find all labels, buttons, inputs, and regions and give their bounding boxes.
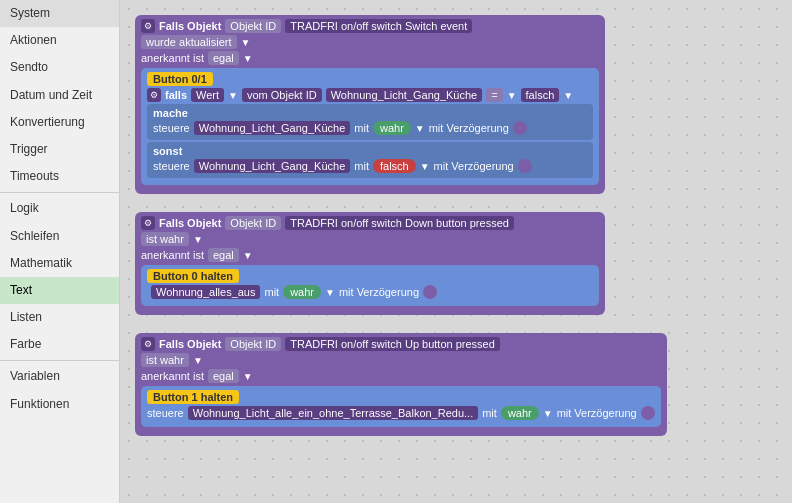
if-yellow-label-row: Button 0/1 bbox=[147, 72, 593, 86]
sidebar-item-schleifen[interactable]: Schleifen bbox=[0, 223, 119, 250]
sonst-block: sonst steuere Wohnung_Licht_Gang_Küche m… bbox=[147, 142, 593, 178]
sidebar-item-sendto[interactable]: Sendto bbox=[0, 54, 119, 81]
block-objekt-id-label-1: Objekt ID bbox=[225, 19, 281, 33]
block-anerkannt-label-3: anerkannt ist bbox=[141, 370, 204, 382]
falsch-val-2: falsch bbox=[373, 159, 416, 173]
block-row2-2: ist wahr ▼ bbox=[141, 232, 599, 246]
block-row3-1: anerkannt ist egal ▼ bbox=[141, 51, 599, 65]
mit-label-2: mit bbox=[354, 160, 369, 172]
sidebar-item-text[interactable]: Text bbox=[0, 277, 119, 304]
mache-row: mache bbox=[153, 107, 587, 119]
steuere-row-b2: Wohnung_alles_aus mit wahr ▼ mit Verzöge… bbox=[147, 285, 593, 299]
wahr-val-b3: wahr bbox=[501, 406, 539, 420]
if-icon: ⚙ bbox=[147, 88, 161, 102]
block-anerkannt-value-3: egal bbox=[208, 369, 239, 383]
sonst-label: sonst bbox=[153, 145, 182, 157]
block-icon-3: ⚙ bbox=[141, 337, 155, 351]
block-ist-wahr-2: ist wahr bbox=[141, 232, 189, 246]
canvas: ⚙ Falls Objekt Objekt ID TRADFRI on/off … bbox=[120, 0, 792, 503]
mit-verz-1: mit Verzögerung bbox=[429, 122, 509, 134]
block-header-row-2: ⚙ Falls Objekt Objekt ID TRADFRI on/off … bbox=[141, 216, 599, 230]
if-equals: = bbox=[486, 88, 502, 102]
steuere-obj-b2: Wohnung_alles_aus bbox=[151, 285, 260, 299]
sidebar: System Aktionen Sendto Datum und Zeit Ko… bbox=[0, 0, 120, 503]
steuere-label-2: steuere bbox=[153, 160, 190, 172]
sidebar-item-funktionen[interactable]: Funktionen bbox=[0, 391, 119, 418]
steuere-row-1: steuere Wohnung_Licht_Gang_Küche mit wah… bbox=[153, 121, 587, 135]
block-group-2: ⚙ Falls Objekt Objekt ID TRADFRI on/off … bbox=[135, 212, 615, 315]
block-group-3: ⚙ Falls Objekt Objekt ID TRADFRI on/off … bbox=[135, 333, 667, 436]
block-ist-wahr-3: ist wahr bbox=[141, 353, 189, 367]
mit-verz-2: mit Verzögerung bbox=[434, 160, 514, 172]
inner-block-2: Button 0 halten Wohnung_alles_aus mit wa… bbox=[141, 265, 599, 306]
block-outer-3[interactable]: ⚙ Falls Objekt Objekt ID TRADFRI on/off … bbox=[135, 333, 667, 436]
block-objekt-id-value-1: TRADFRI on/off switch Switch event bbox=[285, 19, 472, 33]
if-objekt-inner: Wohnung_Licht_Gang_Küche bbox=[326, 88, 483, 102]
sidebar-item-konvertierung[interactable]: Konvertierung bbox=[0, 109, 119, 136]
sidebar-item-farbe[interactable]: Farbe bbox=[0, 331, 119, 358]
mit-label-1: mit bbox=[354, 122, 369, 134]
if-falls-keyword: falls bbox=[165, 89, 187, 101]
if-block-1: Button 0/1 ⚙ falls Wert ▼ vom Objekt ID … bbox=[141, 68, 599, 185]
block-dropdown-1[interactable]: ▼ bbox=[241, 37, 251, 48]
block-icon-1: ⚙ bbox=[141, 19, 155, 33]
mit-verz-b3: mit Verzögerung bbox=[557, 407, 637, 419]
block-header-row-1: ⚙ Falls Objekt Objekt ID TRADFRI on/off … bbox=[141, 19, 599, 33]
delay-icon-2 bbox=[518, 159, 532, 173]
block-row2-3: ist wahr ▼ bbox=[141, 353, 661, 367]
block-row3-3: anerkannt ist egal ▼ bbox=[141, 369, 661, 383]
sidebar-item-datum[interactable]: Datum und Zeit bbox=[0, 82, 119, 109]
delay-icon-b3 bbox=[641, 406, 655, 420]
btn-yellow-3: Button 1 halten bbox=[147, 390, 239, 404]
divider bbox=[0, 192, 119, 193]
sidebar-item-logik[interactable]: Logik bbox=[0, 195, 119, 222]
block-icon-2: ⚙ bbox=[141, 216, 155, 230]
sidebar-item-mathematik[interactable]: Mathematik bbox=[0, 250, 119, 277]
mache-label: mache bbox=[153, 107, 188, 119]
divider2 bbox=[0, 360, 119, 361]
block-objekt-id-value-2: TRADFRI on/off switch Down button presse… bbox=[285, 216, 514, 230]
sidebar-item-aktionen[interactable]: Aktionen bbox=[0, 27, 119, 54]
mit-label-b2: mit bbox=[264, 286, 279, 298]
steuere-label-b3: steuere bbox=[147, 407, 184, 419]
mache-block: mache steuere Wohnung_Licht_Gang_Küche m… bbox=[147, 104, 593, 140]
block-anerkannt-value-2: egal bbox=[208, 248, 239, 262]
steuere-obj-b3: Wohnung_Licht_alle_ein_ohne_Terrasse_Bal… bbox=[188, 406, 479, 420]
btn-yellow-2: Button 0 halten bbox=[147, 269, 239, 283]
block-anerkannt-value-1: egal bbox=[208, 51, 239, 65]
if-false-val: falsch bbox=[521, 88, 560, 102]
if-vom: vom Objekt ID bbox=[242, 88, 322, 102]
sidebar-item-trigger[interactable]: Trigger bbox=[0, 136, 119, 163]
steuere-label-1: steuere bbox=[153, 122, 190, 134]
block-objekt-id-label-2: Objekt ID bbox=[225, 216, 281, 230]
delay-icon-1 bbox=[513, 121, 527, 135]
block-objekt-id-value-3: TRADFRI on/off switch Up button pressed bbox=[285, 337, 500, 351]
block-row3-2: anerkannt ist egal ▼ bbox=[141, 248, 599, 262]
mit-verz-b2: mit Verzögerung bbox=[339, 286, 419, 298]
block-group-1: ⚙ Falls Objekt Objekt ID TRADFRI on/off … bbox=[135, 15, 615, 194]
steuere-obj-2: Wohnung_Licht_Gang_Küche bbox=[194, 159, 351, 173]
wahr-val-1: wahr bbox=[373, 121, 411, 135]
sidebar-item-timeouts[interactable]: Timeouts bbox=[0, 163, 119, 190]
block-keyword-falls-1: Falls Objekt bbox=[159, 20, 221, 32]
sidebar-item-system[interactable]: System bbox=[0, 0, 119, 27]
yellow-row-3: Button 1 halten bbox=[147, 390, 655, 404]
sidebar-item-variablen[interactable]: Variablen bbox=[0, 363, 119, 390]
delay-icon-b2 bbox=[423, 285, 437, 299]
steuere-obj-1: Wohnung_Licht_Gang_Küche bbox=[194, 121, 351, 135]
block-anerkannt-label-1: anerkannt ist bbox=[141, 52, 204, 64]
block-anerkannt-label-2: anerkannt ist bbox=[141, 249, 204, 261]
if-wert: Wert bbox=[191, 88, 224, 102]
sidebar-item-listen[interactable]: Listen bbox=[0, 304, 119, 331]
block-keyword-falls-3: Falls Objekt bbox=[159, 338, 221, 350]
block-wurde-1: wurde aktualisiert bbox=[141, 35, 237, 49]
sonst-row: sonst bbox=[153, 145, 587, 157]
block-outer-1[interactable]: ⚙ Falls Objekt Objekt ID TRADFRI on/off … bbox=[135, 15, 605, 194]
block-outer-2[interactable]: ⚙ Falls Objekt Objekt ID TRADFRI on/off … bbox=[135, 212, 605, 315]
wahr-val-b2: wahr bbox=[283, 285, 321, 299]
block-dropdown-egal-1[interactable]: ▼ bbox=[243, 53, 253, 64]
block-header-row-3: ⚙ Falls Objekt Objekt ID TRADFRI on/off … bbox=[141, 337, 661, 351]
if-falls-row: ⚙ falls Wert ▼ vom Objekt ID Wohnung_Lic… bbox=[147, 88, 593, 102]
steuere-row-2: steuere Wohnung_Licht_Gang_Küche mit fal… bbox=[153, 159, 587, 173]
block-keyword-falls-2: Falls Objekt bbox=[159, 217, 221, 229]
